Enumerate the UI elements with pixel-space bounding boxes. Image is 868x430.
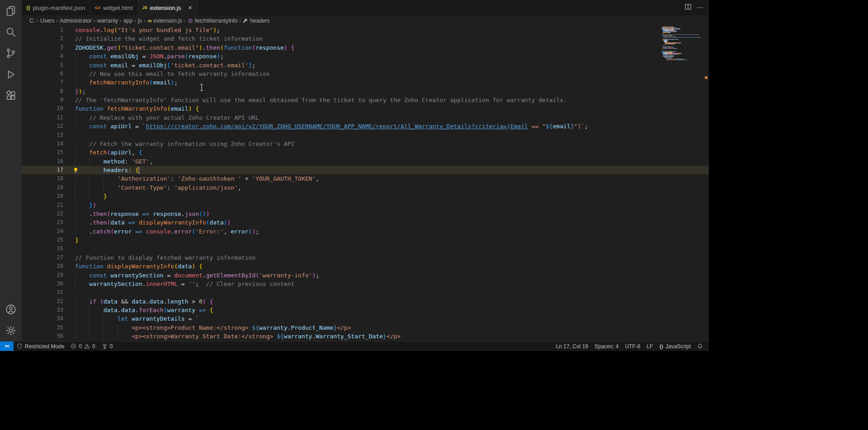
line-number[interactable]: 31: [22, 288, 71, 297]
tab-plugin-manifest-json[interactable]: {} plugin-manifest.json: [22, 0, 90, 15]
breadcrumb-item-symbol-property[interactable]: headers: [243, 18, 269, 24]
line-number[interactable]: 12: [22, 122, 71, 131]
line-number[interactable]: 24: [22, 227, 71, 236]
code-line[interactable]: 19 'Content-Type': 'application/json',: [22, 183, 709, 192]
line-number[interactable]: 20: [22, 192, 71, 201]
code-line[interactable]: 10function fetchWarrantyInfo(email) {: [22, 104, 709, 113]
line-number[interactable]: 27: [22, 253, 71, 262]
code-line[interactable]: 26: [22, 244, 709, 253]
breadcrumb-item-js[interactable]: js: [138, 18, 142, 24]
tab-widget-html[interactable]: <> widget.html: [90, 0, 138, 15]
line-number[interactable]: 35: [22, 323, 71, 332]
minimap[interactable]: [662, 27, 702, 61]
breadcrumb-item-symbol-function[interactable]: fetchWarrantyInfo: [188, 18, 237, 24]
code-line[interactable]: 29 const warrantySection = document.getE…: [22, 271, 709, 280]
more-actions-icon[interactable]: ⋯: [696, 4, 703, 12]
line-number[interactable]: 36: [22, 332, 71, 341]
line-number[interactable]: 34: [22, 314, 71, 323]
line-number[interactable]: 18: [22, 174, 71, 183]
line-number[interactable]: 32: [22, 297, 71, 306]
language-mode-button[interactable]: {} JavaScript: [656, 341, 694, 351]
line-number[interactable]: 21: [22, 201, 71, 210]
ports-button[interactable]: 0: [99, 341, 116, 351]
line-number[interactable]: 25: [22, 236, 71, 244]
quick-fix-lightbulb-icon[interactable]: [73, 167, 79, 173]
breadcrumb-item-file[interactable]: JS extension.js: [147, 18, 182, 24]
code-line[interactable]: 30 warrantySection.innerHTML = ''; // Cl…: [22, 280, 709, 288]
cursor-position-button[interactable]: Ln 17, Col 19: [553, 341, 591, 351]
indentation-button[interactable]: Spaces: 4: [591, 341, 622, 351]
code-line[interactable]: 33 data.data.forEach(warranty => {: [22, 306, 709, 314]
line-number[interactable]: 5: [22, 61, 71, 70]
code-line[interactable]: 2// Initialize the widget and fetch tick…: [22, 34, 709, 43]
breadcrumb-item-app[interactable]: app: [123, 18, 132, 24]
line-number[interactable]: 2: [22, 34, 71, 43]
close-tab-icon[interactable]: ×: [186, 4, 193, 11]
line-number[interactable]: 29: [22, 271, 71, 280]
code-editor[interactable]: 1console.log("It's your bundled js file"…: [22, 26, 709, 341]
code-line[interactable]: 24 .catch(error => console.error('Error:…: [22, 227, 709, 236]
code-line[interactable]: 9// The 'fetchWarrantyInfo' function wil…: [22, 96, 709, 104]
breadcrumb-item-warranty[interactable]: warranty: [97, 18, 118, 24]
search-icon[interactable]: [0, 21, 22, 42]
line-number[interactable]: 26: [22, 244, 71, 253]
line-number[interactable]: 30: [22, 280, 71, 288]
code-line[interactable]: 16 method: 'GET',: [22, 157, 709, 166]
encoding-button[interactable]: UTF-8: [622, 341, 643, 351]
line-number[interactable]: 14: [22, 140, 71, 148]
remote-indicator[interactable]: ><: [0, 341, 14, 351]
code-line[interactable]: 31: [22, 288, 709, 297]
code-line[interactable]: 18 'Authorization': 'Zoho-oauthtoken ' +…: [22, 174, 709, 183]
code-line[interactable]: 22 .then(response => response.json()): [22, 210, 709, 218]
code-line[interactable]: 15 fetch(apiUrl, {: [22, 148, 709, 157]
line-number[interactable]: 28: [22, 262, 71, 271]
restricted-mode-button[interactable]: Restricted Mode: [14, 341, 67, 351]
line-number[interactable]: 11: [22, 113, 71, 122]
code-line[interactable]: 12 const apiUrl = `https://creator.zoho.…: [22, 122, 709, 131]
code-line[interactable]: 13: [22, 131, 709, 140]
line-number[interactable]: 10: [22, 104, 71, 113]
line-number[interactable]: 22: [22, 210, 71, 218]
line-number[interactable]: 3: [22, 43, 71, 52]
breadcrumb-item-users[interactable]: Users: [40, 18, 54, 24]
line-number[interactable]: 17: [22, 166, 71, 174]
code-line[interactable]: 8});: [22, 87, 709, 96]
code-line[interactable]: 34 let warrantyDetails = `: [22, 314, 709, 323]
code-line[interactable]: 36 <p><strong>Warranty Start Date:</stro…: [22, 332, 709, 341]
code-line[interactable]: 32 if (data && data.data.length > 0) {: [22, 297, 709, 306]
code-line[interactable]: 11 // Replace with your actual Zoho Crea…: [22, 113, 709, 122]
line-number[interactable]: 19: [22, 183, 71, 192]
code-line[interactable]: 3ZOHODESK.get("ticket.contact.email").th…: [22, 43, 709, 52]
code-line[interactable]: 20 }: [22, 192, 709, 201]
line-number[interactable]: 23: [22, 218, 71, 227]
line-number[interactable]: 8: [22, 87, 71, 96]
code-line[interactable]: 25}: [22, 236, 709, 244]
line-number[interactable]: 15: [22, 148, 71, 157]
line-number[interactable]: 1: [22, 26, 71, 34]
source-control-icon[interactable]: [0, 42, 22, 64]
split-editor-icon[interactable]: [684, 3, 692, 12]
line-number[interactable]: 7: [22, 78, 71, 87]
extensions-icon[interactable]: [0, 85, 22, 106]
run-and-debug-icon[interactable]: [0, 64, 22, 85]
explorer-icon[interactable]: [0, 0, 22, 21]
code-line[interactable]: 1console.log("It's your bundled js file"…: [22, 26, 709, 34]
line-number[interactable]: 6: [22, 70, 71, 78]
breadcrumb-item-drive[interactable]: C:: [29, 18, 35, 24]
code-line[interactable]: 35 <p><strong>Product Name:</strong> ${w…: [22, 323, 709, 332]
line-number[interactable]: 33: [22, 306, 71, 314]
settings-gear-icon[interactable]: [0, 320, 22, 341]
code-line[interactable]: 4 const emailObj = JSON.parse(response);: [22, 52, 709, 61]
line-number[interactable]: 13: [22, 131, 71, 140]
line-number[interactable]: 9: [22, 96, 71, 104]
code-line[interactable]: 17 headers: {: [22, 166, 709, 174]
code-line[interactable]: 14 // Fetch the warranty information usi…: [22, 140, 709, 148]
notifications-bell-button[interactable]: [694, 341, 706, 351]
code-line[interactable]: 6 // Now use this email to fetch warrant…: [22, 70, 709, 78]
line-number[interactable]: 16: [22, 157, 71, 166]
code-line[interactable]: 23 .then(data => displayWarrantyInfo(dat…: [22, 218, 709, 227]
code-line[interactable]: 7 fetchWarrantyInfo(email);: [22, 78, 709, 87]
problems-button[interactable]: 0 0: [67, 341, 98, 351]
code-line[interactable]: 5 const email = emailObj['ticket.contact…: [22, 61, 709, 70]
accounts-icon[interactable]: [0, 299, 22, 320]
